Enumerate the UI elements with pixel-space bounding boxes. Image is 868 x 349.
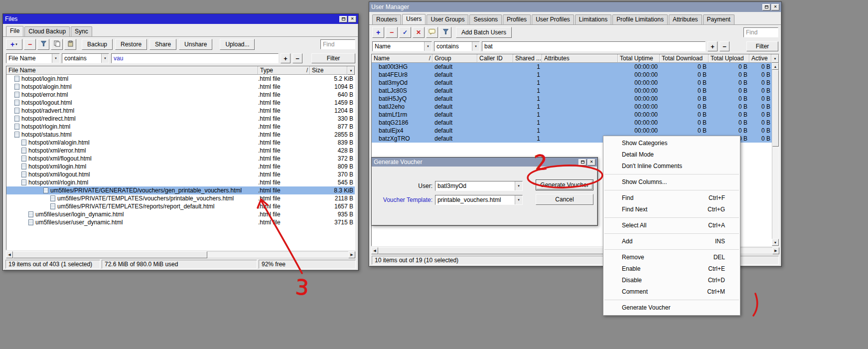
close-button[interactable]: ✕ [771,4,779,10]
user-row[interactable]: batiH5JyQdefault100:00:000 B0 B0 B [372,95,772,103]
enable-user-button[interactable]: ✓ [399,27,411,38]
user-row[interactable]: bat4FEUr8default100:00:000 B0 B0 B [372,71,772,79]
scroll-right-button[interactable]: ▶ [348,251,355,258]
add-filter-criteria-button[interactable]: + [708,41,718,51]
menu-item-remove[interactable]: RemoveDEL [603,252,740,263]
file-row[interactable]: hotspot/logout.html.html file1459 B [6,99,355,107]
restore-button[interactable] [339,16,347,22]
unshare-button[interactable]: Unshare [179,39,212,50]
file-row[interactable]: hotspot/xml/login.html.html file809 B [6,163,355,171]
user-row[interactable]: batmLf1rmdefault100:00:000 B0 B0 B [372,111,772,119]
restore-button[interactable] [762,4,770,10]
scroll-thumb[interactable] [13,251,207,258]
files-tab-file[interactable]: File [6,26,23,37]
um-tab-routers[interactable]: Routers [372,14,401,24]
menu-item-enable[interactable]: EnableCtrl+E [603,263,740,275]
um-tab-limitations[interactable]: Limitations [575,14,611,24]
files-tab-sync[interactable]: Sync [71,26,92,36]
add-batch-users-button[interactable]: Add Batch Users [456,27,512,38]
scroll-thumb[interactable] [772,70,779,147]
share-button[interactable]: Share [149,39,176,50]
voucher-template-combo[interactable]: printable_vouchers.html ▼ [435,195,523,205]
comment-button[interactable] [426,27,438,38]
restore-button[interactable] [579,159,586,166]
generate-voucher-button[interactable]: Generate Voucher [536,179,593,190]
user-row[interactable]: bat00t3HGdefault100:00:000 B0 B0 B [372,63,772,71]
um-filter-value-input[interactable] [482,41,706,51]
column-header-total-uptime[interactable]: Total Uptime [618,54,660,63]
close-button[interactable]: ✕ [348,16,356,22]
files-filter-operator-combo[interactable]: contains ▼ [62,53,109,63]
column-filter-button[interactable]: ▼ [347,66,355,75]
menu-item-find-next[interactable]: Find NextCtrl+G [603,204,740,215]
column-header-caller-id[interactable]: Caller ID [477,54,513,63]
column-header-file-name[interactable]: File Name [6,66,258,75]
user-manager-titlebar[interactable]: User Manager ✕ [369,2,781,12]
menu-item-detail-mode[interactable]: Detail Mode [603,149,740,161]
menu-item-add[interactable]: AddINS [603,236,740,247]
files-filter-value-input[interactable] [111,53,279,63]
menu-item-find[interactable]: FindCtrl+F [603,192,740,204]
file-row[interactable]: um5files/PRIVATE/TEMPLATES/vouchers/prin… [6,194,355,202]
file-row[interactable]: hotspot/xml/error.html.html file428 B [6,147,355,155]
um-tab-attributes[interactable]: Attributes [669,14,702,24]
remove-filter-criteria-button[interactable]: − [292,53,302,63]
file-row[interactable]: hotspot/redirect.html.html file330 B [6,115,355,123]
menu-item-show-columns[interactable]: Show Columns... [603,176,740,188]
add-file-button[interactable]: + ▼ [6,39,22,50]
file-row[interactable]: hotspot/radvert.html.html file1204 B [6,107,355,115]
column-header-active[interactable]: Active [749,54,771,63]
column-header-total-download[interactable]: Total Download [660,54,709,63]
um-filter-field-combo[interactable]: Name ▼ [372,41,432,51]
copy-button[interactable] [51,39,63,50]
files-titlebar[interactable]: Files ✕ [3,14,358,24]
um-tab-user-profiles[interactable]: User Profiles [532,14,574,24]
um-tab-sessions[interactable]: Sessions [469,14,502,24]
files-tab-cloud-backup[interactable]: Cloud Backup [24,26,70,36]
user-row[interactable]: batqG2186default100:00:000 B0 B0 B [372,119,772,127]
column-header-total-upload[interactable]: Total Upload [709,54,749,63]
file-row[interactable]: um5files/PRIVATE/TEMPLATES/reports/repor… [6,202,355,210]
disable-user-button[interactable]: ✕ [413,27,425,38]
column-header-group[interactable]: Group [433,54,477,63]
filter-button-icon[interactable] [37,39,49,50]
file-row[interactable]: hotspot/xml/rlogin.html.html file545 B [6,178,355,186]
user-manager-find-input[interactable] [743,27,778,37]
column-filter-button[interactable]: ▼ [771,54,779,63]
file-row[interactable]: hotspot/xml/alogin.html.html file839 B [6,139,355,147]
um-tab-users[interactable]: Users [402,14,426,25]
file-row[interactable]: um5files/user/user_dynamic.html.html fil… [6,218,355,226]
filter-button-icon[interactable] [439,27,451,38]
scroll-left-button[interactable]: ◀ [371,247,378,254]
restore-button[interactable]: Restore [115,39,147,50]
user-row[interactable]: batl3myOddefault100:00:000 B0 B0 B [372,79,772,87]
file-row[interactable]: hotspot/xml/logout.html.html file370 B [6,171,355,178]
scroll-up-button[interactable]: ▲ [772,63,779,70]
file-row[interactable]: hotspot/alogin.html.html file1094 B [6,83,355,91]
scroll-left-button[interactable]: ◀ [6,251,13,258]
um-tab-profiles[interactable]: Profiles [503,14,531,24]
remove-file-button[interactable]: − [24,39,36,50]
dialog-titlebar[interactable]: Generate Voucher ✕ [372,158,597,167]
menu-item-generate-voucher[interactable]: Generate Voucher [603,302,740,314]
close-button[interactable]: ✕ [587,159,595,166]
file-row[interactable]: hotspot/status.html.html file2855 B [6,131,355,139]
column-header-shared[interactable]: Shared ... [513,54,542,63]
files-filter-button[interactable]: Filter [311,53,355,63]
cancel-button[interactable]: Cancel [536,194,593,205]
file-row[interactable]: um5files/PRIVATE/GENERATED/vouchers/gen_… [6,186,355,194]
menu-item-select-all[interactable]: Select AllCtrl+A [603,220,740,231]
add-filter-criteria-button[interactable]: + [281,53,290,63]
um-tab-profile-limitations[interactable]: Profile Limitations [612,14,668,24]
um-tab-payment[interactable]: Payment [703,14,734,24]
menu-item-comment[interactable]: CommentCtrl+M [603,286,740,298]
add-user-button[interactable]: + [372,27,384,38]
scroll-down-button[interactable]: ▼ [772,239,779,246]
file-row[interactable]: hotspot/xml/flogout.html.html file372 B [6,155,355,163]
remove-user-button[interactable]: − [386,27,398,38]
scroll-track[interactable] [13,251,348,258]
file-row[interactable]: hotspot/login.html.html file5.2 KiB [6,75,355,83]
file-row[interactable]: hotspot/error.html.html file640 B [6,91,355,99]
remove-filter-criteria-button[interactable]: − [720,41,729,51]
user-row[interactable]: batlJ2ehodefault100:00:000 B0 B0 B [372,103,772,111]
